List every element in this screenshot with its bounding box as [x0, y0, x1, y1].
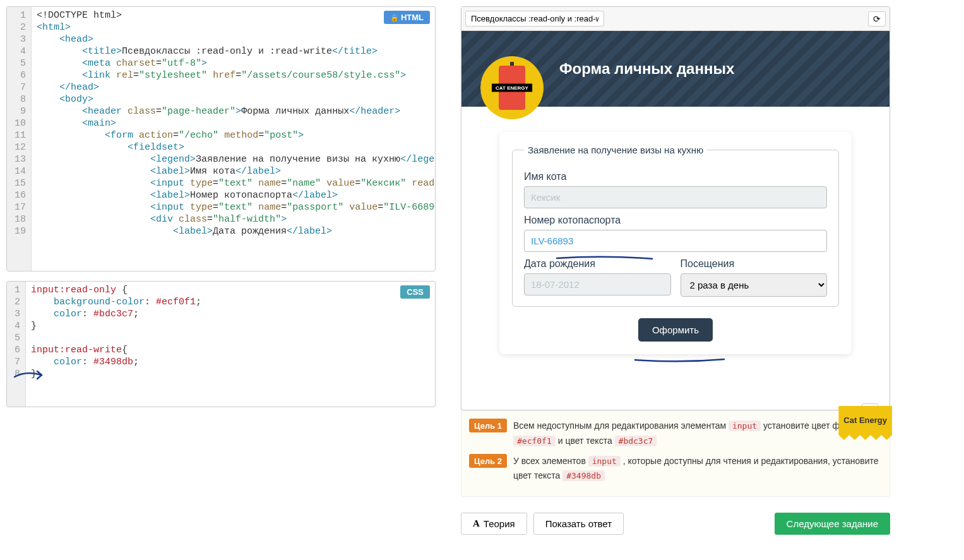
goal-2-row: Цель 2 У всех элементов input , которые … — [469, 454, 882, 484]
code-chip: input — [588, 456, 621, 467]
logo-ribbon-text: CAT ENERGY — [492, 84, 532, 92]
preview-title-input[interactable] — [465, 11, 604, 27]
html-badge: HTML — [384, 11, 430, 24]
refresh-icon: ⟳ — [873, 14, 881, 24]
preview-body: CAT ENERGY Форма личных данных Заявление… — [461, 31, 890, 354]
preview-toolbar: ⟳ — [461, 7, 890, 31]
css-code-area[interactable]: 12345678 input:read-only { background-co… — [7, 282, 435, 407]
form-card: Заявление на получение визы на кухню Имя… — [499, 132, 852, 354]
css-gutter: 12345678 — [7, 282, 26, 407]
html-gutter: 12345678910111213141516171819 — [7, 7, 32, 271]
code-chip: #3498db — [562, 470, 605, 481]
html-editor-panel: HTML 12345678910111213141516171819 <!DOC… — [6, 6, 436, 271]
logo-badge: CAT ENERGY — [480, 56, 544, 119]
name-label: Имя кота — [524, 171, 827, 182]
handwritten-underline-submit — [633, 357, 728, 364]
css-editor-panel: CSS 12345678 input:read-only { backgroun… — [6, 281, 436, 407]
font-icon: A — [473, 518, 480, 529]
visits-label: Посещения — [681, 258, 828, 270]
goal-1-tag: Цель 1 — [469, 419, 507, 432]
goal-2-tag: Цель 2 — [469, 454, 507, 468]
preview-frame: ⟳ CAT ENERGY Форма личных данных Заявлен… — [461, 6, 890, 410]
preview-page-header: CAT ENERGY Форма личных данных — [461, 31, 890, 107]
next-task-button[interactable]: Следующее задание — [775, 513, 890, 535]
form-legend: Заявление на получение визы на кухню — [524, 145, 707, 155]
html-code-lines[interactable]: <!DOCTYPE html><html> <head> <title>Псев… — [32, 7, 435, 271]
show-answer-button[interactable]: Показать ответ — [533, 513, 624, 535]
code-chip: input — [729, 420, 761, 431]
dob-input[interactable] — [524, 273, 671, 295]
goal-1-row: Цель 1 Всем недоступным для редактирован… — [469, 419, 882, 449]
css-code-lines[interactable]: input:read-only { background-color: #ecf… — [26, 282, 435, 407]
page-title: Форма личных данных — [559, 60, 734, 78]
goal-2-text: У всех элементов input , которые доступн… — [513, 454, 882, 484]
bottom-buttons: AТеория Показать ответ Следующее задание — [461, 513, 890, 535]
passport-input[interactable] — [524, 230, 827, 252]
html-code-area[interactable]: 12345678910111213141516171819 <!DOCTYPE … — [7, 7, 435, 271]
refresh-button[interactable]: ⟳ — [868, 11, 886, 27]
passport-label: Номер котопаспорта — [524, 215, 827, 226]
code-chip: #ecf0f1 — [513, 436, 556, 446]
dob-label: Дата рождения — [524, 258, 671, 270]
css-badge: CSS — [400, 285, 430, 299]
theory-button[interactable]: AТеория — [461, 513, 527, 535]
form-fieldset: Заявление на получение визы на кухню Имя… — [512, 145, 839, 307]
visits-select[interactable]: 2 раза в день — [681, 273, 828, 297]
goal-1-text: Всем недоступным для редактирования элем… — [513, 419, 882, 449]
brand-tag: Cat Energy — [838, 406, 892, 440]
submit-button[interactable]: Оформить — [638, 318, 713, 342]
name-input[interactable] — [524, 186, 827, 208]
code-chip: #bdc3c7 — [615, 436, 657, 446]
goals-panel: ↑ Cat Energy Цель 1 Всем недоступным для… — [461, 410, 890, 497]
